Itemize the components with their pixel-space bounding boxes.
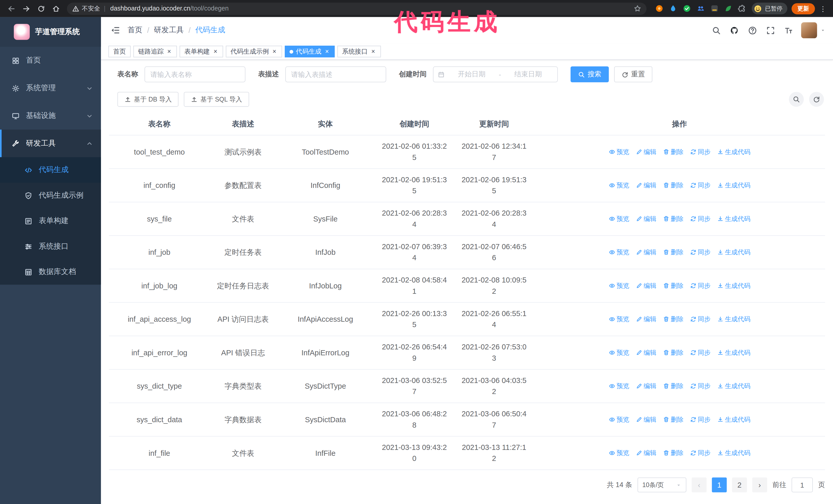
header-search-button[interactable] [708,22,724,39]
goto-page-input[interactable] [791,477,813,492]
help-button[interactable] [744,22,761,39]
extension-icon-3[interactable] [680,2,693,15]
action-edit[interactable]: 编辑 [636,146,657,158]
sidebar-item-home[interactable]: 首页 [0,47,101,74]
toggle-search-button[interactable] [789,92,804,106]
action-sync[interactable]: 同步 [690,414,711,425]
action-generate-code[interactable]: 生成代码 [717,247,751,258]
sidebar-collapse-button[interactable] [106,21,124,39]
action-delete[interactable]: 删除 [663,180,684,191]
action-delete[interactable]: 删除 [663,414,684,425]
action-sync[interactable]: 同步 [690,146,711,158]
bookmark-star-icon[interactable] [634,5,641,12]
action-edit[interactable]: 编辑 [636,414,657,425]
search-button[interactable]: 搜索 [571,66,609,82]
action-delete[interactable]: 删除 [663,247,684,258]
browser-update-button[interactable]: 更新 [791,3,815,14]
action-edit[interactable]: 编辑 [636,447,657,459]
extensions-puzzle-icon[interactable] [735,2,749,15]
action-edit[interactable]: 编辑 [636,314,657,325]
action-edit[interactable]: 编辑 [636,380,657,392]
action-delete[interactable]: 删除 [663,314,684,325]
browser-back-button[interactable] [4,1,19,16]
action-edit[interactable]: 编辑 [636,280,657,291]
action-edit[interactable]: 编辑 [636,180,657,191]
breadcrumb-home[interactable]: 首页 [127,25,142,35]
extension-icon-2[interactable] [666,2,680,15]
action-edit[interactable]: 编辑 [636,347,657,358]
action-delete[interactable]: 删除 [663,213,684,224]
close-icon[interactable]: × [271,48,277,55]
tab-home[interactable]: 首页 [109,46,131,57]
action-edit[interactable]: 编辑 [636,213,657,224]
prev-page-button[interactable]: ‹ [692,477,707,492]
browser-menu-icon[interactable]: ⋮ [817,5,829,13]
action-delete[interactable]: 删除 [663,280,684,291]
action-generate-code[interactable]: 生成代码 [717,314,751,325]
close-icon[interactable]: × [324,48,330,55]
tab-form-builder[interactable]: 表单构建 × [180,46,223,57]
action-delete[interactable]: 删除 [663,146,684,158]
action-preview[interactable]: 预览 [609,247,629,258]
extension-icon-5[interactable] [708,2,721,15]
sidebar-item-db-doc[interactable]: 数据库文档 [0,259,101,285]
action-generate-code[interactable]: 生成代码 [717,146,751,158]
action-sync[interactable]: 同步 [690,247,711,258]
action-generate-code[interactable]: 生成代码 [717,447,751,459]
action-preview[interactable]: 预览 [609,180,629,191]
sidebar-item-form-builder[interactable]: 表单构建 [0,208,101,234]
action-preview[interactable]: 预览 [609,347,629,358]
date-range-picker[interactable]: 开始日期 - 结束日期 [433,66,558,82]
table-desc-input[interactable] [285,66,386,82]
page-button-1[interactable]: 1 [712,477,727,492]
browser-profile-chip[interactable]: 已暂停 [752,3,787,14]
import-sql-button[interactable]: 基于 SQL 导入 [184,92,249,106]
action-delete[interactable]: 删除 [663,447,684,459]
address-bar[interactable]: 不安全 | dashboard.yudao.iocoder.cn/tool/co… [67,2,646,15]
action-generate-code[interactable]: 生成代码 [717,347,751,358]
action-sync[interactable]: 同步 [690,447,711,459]
action-generate-code[interactable]: 生成代码 [717,213,751,224]
sidebar-item-codegen-example[interactable]: 代码生成示例 [0,183,101,208]
action-delete[interactable]: 删除 [663,380,684,392]
extension-icon-4[interactable] [694,2,707,15]
action-generate-code[interactable]: 生成代码 [717,414,751,425]
sidebar-item-codegen[interactable]: 代码生成 [0,157,101,183]
action-sync[interactable]: 同步 [690,347,711,358]
browser-home-button[interactable] [49,1,63,16]
reset-button[interactable]: 重置 [614,66,652,82]
action-preview[interactable]: 预览 [609,447,629,459]
action-preview[interactable]: 预览 [609,314,629,325]
sidebar-item-system-api[interactable]: 系统接口 [0,234,101,259]
close-icon[interactable]: × [371,48,376,55]
github-link-button[interactable] [725,22,742,39]
action-sync[interactable]: 同步 [690,180,711,191]
extension-icon-6[interactable] [721,2,735,15]
app-logo[interactable]: 芋道管理系统 [0,17,101,47]
fullscreen-button[interactable] [762,22,779,39]
tab-codegen-example[interactable]: 代码生成示例 × [226,46,282,57]
close-icon[interactable]: × [213,48,218,55]
breadcrumb-dev-tools[interactable]: 研发工具 [154,25,184,35]
action-sync[interactable]: 同步 [690,213,711,224]
action-sync[interactable]: 同步 [690,314,711,325]
tab-system-api[interactable]: 系统接口 × [337,46,381,57]
action-generate-code[interactable]: 生成代码 [717,280,751,291]
action-preview[interactable]: 预览 [609,414,629,425]
font-size-button[interactable] [780,22,797,39]
action-preview[interactable]: 预览 [609,146,629,158]
extension-icon-1[interactable] [652,2,666,15]
browser-reload-button[interactable] [34,1,48,16]
action-generate-code[interactable]: 生成代码 [717,380,751,392]
avatar-dropdown-button[interactable] [818,22,828,38]
action-sync[interactable]: 同步 [690,280,711,291]
action-generate-code[interactable]: 生成代码 [717,180,751,191]
action-edit[interactable]: 编辑 [636,247,657,258]
tab-codegen[interactable]: 代码生成 × [285,46,335,57]
action-preview[interactable]: 预览 [609,380,629,392]
action-delete[interactable]: 删除 [663,347,684,358]
next-page-button[interactable]: › [752,477,767,492]
action-preview[interactable]: 预览 [609,213,629,224]
action-preview[interactable]: 预览 [609,280,629,291]
close-icon[interactable]: × [166,48,172,55]
